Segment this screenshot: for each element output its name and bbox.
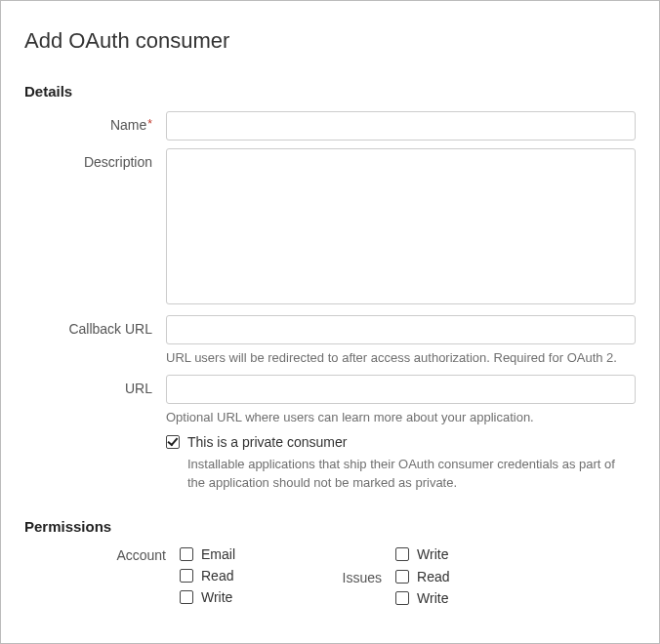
private-consumer-label: This is a private consumer — [187, 434, 347, 450]
row-url: URL Optional URL where users can learn m… — [24, 375, 636, 426]
perm-account-write-checkbox[interactable] — [180, 590, 193, 604]
perm-col2-write: Write — [395, 546, 448, 562]
private-consumer-checkbox[interactable] — [166, 435, 180, 449]
perm-col2-write-checkbox[interactable] — [395, 547, 409, 561]
perm-group-account: Account Email Read Write — [24, 546, 235, 606]
url-help: Optional URL where users can learn more … — [166, 409, 636, 426]
perm-group-col2top: x Write — [333, 546, 449, 563]
perm-col-right: x Write Issues Read W — [333, 546, 449, 606]
perm-issues-read-label: Read — [417, 569, 449, 584]
name-input[interactable] — [166, 111, 636, 141]
row-name: Name* — [24, 111, 636, 141]
section-details-title: Details — [24, 83, 636, 100]
row-private-consumer: This is a private consumer Installable a… — [24, 434, 636, 493]
label-callback-url: Callback URL — [24, 315, 166, 337]
required-asterisk-icon: * — [147, 117, 152, 131]
label-name: Name* — [24, 111, 166, 133]
perm-col2-write-label: Write — [417, 546, 448, 562]
perm-account-email-checkbox[interactable] — [180, 547, 193, 561]
row-description: Description — [24, 148, 636, 307]
callback-url-help: URL users will be redirected to after ac… — [166, 349, 636, 367]
perm-account-email: Email — [180, 546, 235, 562]
page-title: Add OAuth consumer — [24, 28, 636, 54]
callback-url-input[interactable] — [166, 315, 636, 344]
private-consumer-help: Installable applications that ship their… — [187, 456, 617, 493]
perm-account-write: Write — [180, 589, 235, 605]
perm-issues-read-checkbox[interactable] — [395, 570, 409, 584]
row-callback-url: Callback URL URL users will be redirecte… — [24, 315, 636, 367]
url-input[interactable] — [166, 375, 636, 404]
perm-issues-write-label: Write — [417, 590, 448, 606]
description-input[interactable] — [166, 148, 636, 304]
perm-label-issues: Issues — [333, 569, 382, 585]
perm-account-read: Read — [180, 568, 235, 584]
label-description: Description — [24, 148, 166, 170]
perm-issues-read: Read — [395, 569, 449, 584]
perm-issues-write: Write — [395, 590, 449, 606]
section-permissions-title: Permissions — [24, 518, 636, 535]
label-url: URL — [24, 375, 166, 396]
label-name-text: Name — [110, 117, 146, 133]
perm-issues-write-checkbox[interactable] — [395, 591, 409, 605]
perm-account-email-label: Email — [201, 546, 235, 562]
perm-account-write-label: Write — [201, 589, 232, 605]
perm-account-read-label: Read — [201, 568, 233, 584]
oauth-consumer-form: Add OAuth consumer Details Name* Descrip… — [0, 0, 660, 644]
permissions-area: Account Email Read Write x — [24, 546, 636, 606]
perm-account-read-checkbox[interactable] — [180, 569, 193, 583]
perm-group-issues: Issues Read Write — [333, 569, 449, 606]
perm-label-account: Account — [24, 546, 166, 563]
